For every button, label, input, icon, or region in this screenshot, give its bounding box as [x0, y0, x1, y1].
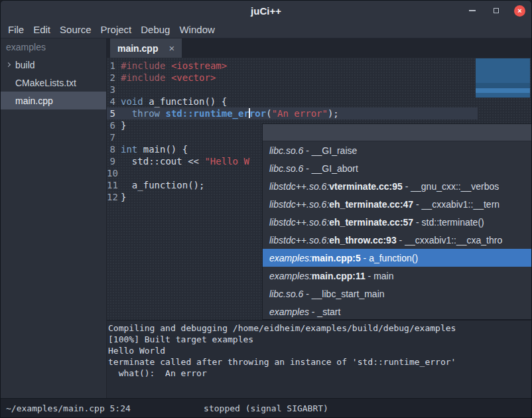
- frame-function: - _start: [309, 306, 340, 318]
- sidebar-header: examples: [1, 38, 106, 56]
- frame-function: - main: [366, 270, 394, 282]
- tab-label: main.cpp: [117, 43, 158, 54]
- code-token: [165, 60, 170, 71]
- tab-main-cpp[interactable]: main.cpp ×: [110, 38, 182, 58]
- main-area: examples buildCMakeLists.txtmain.cpp mai…: [1, 38, 531, 398]
- status-bar: ~/examples/main.cpp 5:24 stopped (signal…: [1, 398, 531, 417]
- menu-item-window[interactable]: Window: [174, 22, 219, 37]
- file-tree: buildCMakeLists.txtmain.cpp: [1, 56, 106, 109]
- close-button[interactable]: ×: [514, 5, 525, 17]
- stack-frame-2[interactable]: libstdc++.so.6:vterminate.cc:95 - __gnu_…: [263, 177, 531, 195]
- line-number: 3: [107, 84, 121, 96]
- stack-frame-7[interactable]: examples:main.cpp:11 - main: [263, 267, 531, 285]
- menubar: FileEditSourceProjectDebugWindow: [1, 21, 531, 38]
- code-token: (: [266, 108, 271, 119]
- chevron-right-icon: [6, 63, 15, 66]
- stack-frame-6[interactable]: examples:main.cpp:5 - a_function(): [263, 249, 531, 267]
- window-title: juCi++: [251, 5, 281, 17]
- code-token: #include: [121, 72, 165, 83]
- code-line-2[interactable]: 2#include <vector>: [107, 72, 531, 84]
- line-number: 5: [107, 107, 121, 119]
- tooltip-overlay: [476, 58, 530, 98]
- code-token: #include: [121, 60, 165, 71]
- line-number: 7: [107, 131, 121, 143]
- code-token: <iostream>: [171, 60, 227, 71]
- code-token: <vector>: [171, 72, 216, 83]
- file-tree-sidebar: examples buildCMakeLists.txtmain.cpp: [1, 38, 107, 398]
- frame-module: libc.so.6: [269, 163, 303, 174]
- tree-item-cmakelists-txt[interactable]: CMakeLists.txt: [1, 74, 106, 92]
- minimize-button[interactable]: [466, 5, 478, 17]
- frame-module: libc.so.6: [269, 288, 303, 300]
- popup-search-entry[interactable]: [263, 124, 531, 141]
- code-token: void: [121, 96, 143, 107]
- stack-frame-4[interactable]: libstdc++.so.6:eh_terminate.cc:57 - std:…: [263, 213, 531, 231]
- stack-frame-3[interactable]: libstdc++.so.6:eh_terminate.cc:47 - __cx…: [263, 195, 531, 213]
- frame-module: examples:: [269, 252, 312, 264]
- code-token: throw: [132, 108, 160, 119]
- frame-location: main.cpp:5: [312, 252, 361, 264]
- code-token: ror: [249, 108, 266, 119]
- restore-button[interactable]: [490, 5, 502, 17]
- code-token: "Hello W: [204, 156, 249, 167]
- tree-item-label: CMakeLists.txt: [15, 78, 76, 88]
- editor-column: main.cpp × 1#include <iostream>2#include…: [107, 38, 531, 398]
- frame-module: libc.so.6: [269, 145, 303, 157]
- terminal-line-2: Hello World: [108, 345, 531, 356]
- code-line-4[interactable]: 4void a_function() {: [107, 96, 531, 107]
- stack-frame-1[interactable]: libc.so.6 - __GI_abort: [263, 159, 531, 177]
- stack-frame-0[interactable]: libc.so.6 - __GI_raise: [263, 141, 531, 159]
- stack-frame-list: libc.so.6 - __GI_raiselibc.so.6 - __GI_a…: [263, 141, 531, 320]
- menu-item-source[interactable]: Source: [55, 22, 96, 37]
- tree-item-build[interactable]: build: [1, 56, 106, 74]
- code-editor[interactable]: 1#include <iostream>2#include <vector>34…: [107, 58, 531, 320]
- code-token: );: [328, 108, 339, 119]
- code-line-5[interactable]: 5 throw std::runtime_error("An error");: [107, 107, 531, 119]
- terminal-panel[interactable]: Compiling and debugging /home/eidheim/ex…: [107, 320, 531, 398]
- frame-location: eh_terminate.cc:57: [329, 216, 413, 228]
- frame-location: vterminate.cc:95: [329, 180, 403, 192]
- code-token: [165, 72, 170, 83]
- frame-module: examples:: [269, 270, 312, 282]
- tree-item-label: main.cpp: [15, 96, 53, 106]
- frame-function: - __libc_start_main: [303, 288, 384, 300]
- minimize-icon: [469, 10, 476, 11]
- code-line-1[interactable]: 1#include <iostream>: [107, 60, 531, 72]
- code-token: "An error": [272, 108, 328, 119]
- menu-item-debug[interactable]: Debug: [136, 22, 174, 37]
- frame-function: - a_function(): [361, 252, 418, 264]
- restore-icon: [494, 8, 499, 13]
- terminal-line-4: what(): An error: [108, 368, 531, 379]
- titlebar[interactable]: juCi++ ×: [1, 1, 531, 21]
- code-line-3[interactable]: 3: [107, 84, 531, 96]
- frame-location: eh_throw.cc:93: [329, 234, 396, 246]
- frame-function: - std::terminate(): [413, 216, 484, 228]
- menu-item-file[interactable]: File: [3, 22, 29, 37]
- tree-item-main-cpp[interactable]: main.cpp: [1, 92, 106, 109]
- stack-frame-9[interactable]: examples - _start: [263, 303, 531, 320]
- code-token: std::runtime_er: [165, 108, 249, 119]
- frame-module: examples: [269, 306, 309, 318]
- stack-frame-popup: libc.so.6 - __GI_raiselibc.so.6 - __GI_a…: [262, 123, 531, 320]
- line-number: 8: [107, 143, 121, 155]
- menu-item-edit[interactable]: Edit: [29, 22, 55, 37]
- stack-frame-5[interactable]: libstdc++.so.6:eh_throw.cc:93 - __cxxabi…: [263, 231, 531, 249]
- frame-location: eh_terminate.cc:47: [329, 198, 413, 210]
- frame-module: libstdc++.so.6:: [269, 234, 329, 246]
- stack-frame-8[interactable]: libc.so.6 - __libc_start_main: [263, 285, 531, 303]
- frame-function: - __gnu_cxx::__verbos: [403, 180, 499, 192]
- line-number: 1: [107, 60, 121, 72]
- tab-close-icon[interactable]: ×: [168, 42, 174, 54]
- frame-function: - __GI_abort: [303, 163, 358, 174]
- code-token: a_function();: [121, 180, 204, 190]
- line-number: 2: [107, 72, 121, 84]
- frame-function: - __cxxabiv1::__cxa_thro: [397, 234, 503, 246]
- code-token: int: [121, 144, 137, 155]
- menu-item-project[interactable]: Project: [96, 22, 137, 37]
- code-token: a_function() {: [143, 96, 227, 107]
- app-window: juCi++ × FileEditSourceProjectDebugWindo…: [0, 0, 532, 418]
- frame-function: - __cxxabiv1::__tern: [413, 198, 499, 210]
- tab-bar: main.cpp ×: [107, 38, 531, 58]
- line-number: 4: [107, 96, 121, 107]
- line-number: 9: [107, 155, 121, 167]
